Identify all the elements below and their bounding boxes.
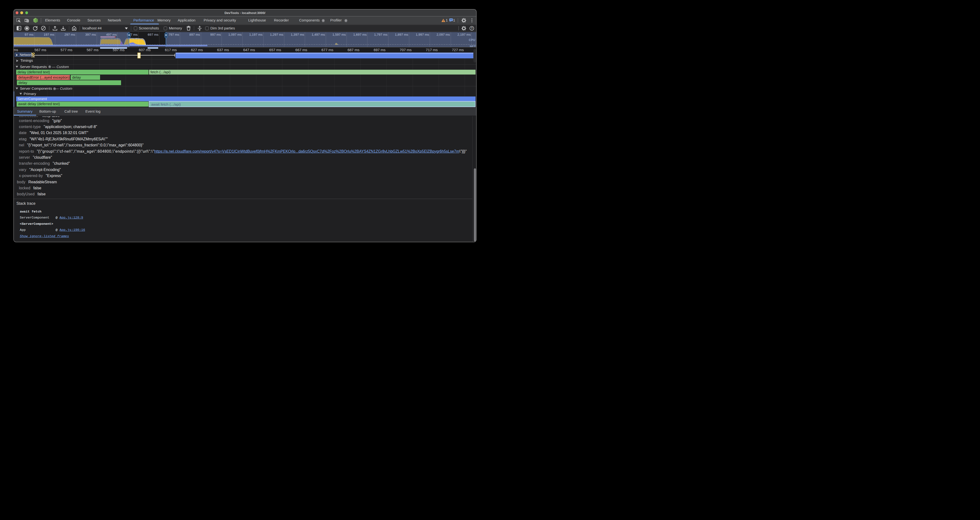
svg-text:?: ?: [471, 27, 473, 30]
